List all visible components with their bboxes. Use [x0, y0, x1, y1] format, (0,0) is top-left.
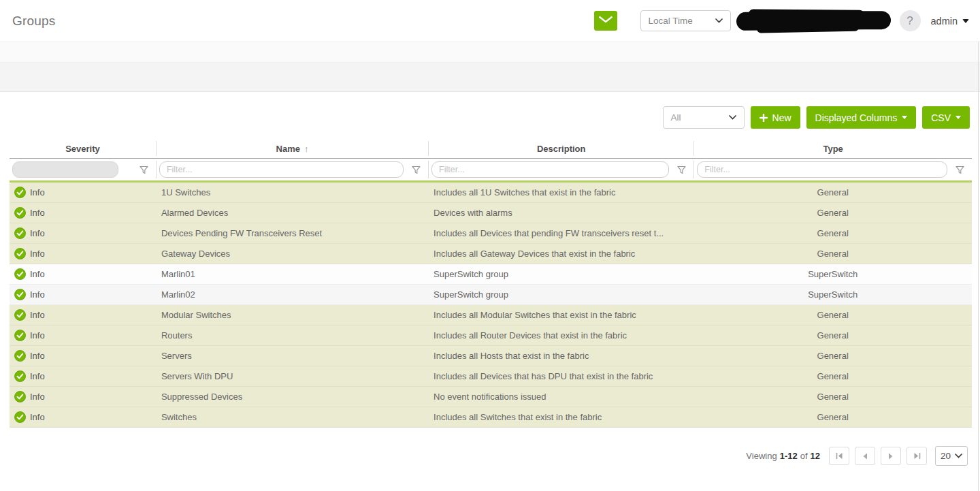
- table-row[interactable]: Info Marlin02 SuperSwitch group SuperSwi…: [10, 285, 972, 305]
- group-name: Devices Pending FW Transceivers Reset: [156, 228, 428, 238]
- group-name: Modular Switches: [156, 310, 428, 320]
- group-name: Marlin01: [156, 269, 428, 279]
- group-description: Includes all Devices that pending FW tra…: [428, 228, 693, 238]
- info-check-circle-icon: [14, 330, 26, 341]
- user-menu[interactable]: admin: [931, 16, 970, 27]
- group-name: 1U Switches: [156, 187, 428, 197]
- displayed-columns-button[interactable]: Displayed Columns: [806, 106, 917, 129]
- column-header-name[interactable]: Name ↑: [156, 141, 428, 156]
- group-name: Suppressed Devices: [156, 392, 428, 402]
- timezone-select[interactable]: Local Time: [640, 10, 731, 31]
- chevron-left-icon: [862, 453, 868, 460]
- name-filter-input[interactable]: [159, 161, 404, 178]
- help-button[interactable]: ?: [900, 10, 921, 31]
- group-name: Marlin02: [156, 289, 428, 300]
- sort-ascending-icon: ↑: [304, 144, 309, 154]
- group-description: Includes all Modular Switches that exist…: [428, 310, 693, 320]
- page-size-value: 20: [941, 451, 951, 461]
- column-header-type[interactable]: Type: [693, 141, 972, 156]
- next-page-button[interactable]: [881, 447, 901, 465]
- csv-button[interactable]: CSV: [922, 106, 970, 129]
- table-row[interactable]: Info Modular Switches Includes all Modul…: [10, 305, 972, 326]
- table-row[interactable]: Info Gateway Devices Includes all Gatewa…: [10, 244, 972, 264]
- group-description: Includes all Gateway Devices that exist …: [428, 249, 693, 259]
- type-filter-input[interactable]: [697, 161, 947, 178]
- table-row[interactable]: Info Servers Includes all Hosts that exi…: [10, 346, 972, 366]
- top-bar: Groups Local Time ? admin: [0, 0, 980, 42]
- redacted-user-info: [736, 11, 890, 31]
- severity-cell: Info: [10, 289, 156, 300]
- funnel-icon[interactable]: [677, 165, 686, 174]
- skip-last-icon: [913, 452, 921, 460]
- question-mark-icon: ?: [906, 14, 913, 28]
- column-header-severity[interactable]: Severity: [10, 141, 156, 156]
- severity-cell: Info: [10, 370, 156, 382]
- group-type: General: [693, 228, 972, 238]
- caret-down-icon: [956, 116, 961, 119]
- info-check-circle-icon: [14, 309, 26, 321]
- table-body: Info 1U Switches Includes all 1U Switche…: [10, 180, 972, 428]
- last-page-button[interactable]: [906, 447, 927, 465]
- chevron-down-icon: [962, 19, 969, 23]
- viewing-range: 1-12: [780, 451, 798, 461]
- scrollbar-track[interactable]: [978, 42, 979, 491]
- table-row[interactable]: Info Switches Includes all Switches that…: [10, 407, 972, 428]
- caret-down-icon: [902, 116, 907, 119]
- group-description: No event notifications issued: [428, 392, 693, 402]
- table-row[interactable]: Info Marlin01 SuperSwitch group SuperSwi…: [10, 264, 972, 285]
- of-label: of: [800, 451, 808, 461]
- viewing-label: Viewing: [746, 451, 777, 461]
- group-name: Routers: [156, 330, 428, 340]
- severity-cell: Info: [10, 207, 156, 219]
- plus-icon: [760, 114, 768, 122]
- severity-cell: Info: [10, 227, 156, 239]
- filter-cell-type: [693, 161, 972, 178]
- table-row[interactable]: Info Routers Includes all Router Devices…: [10, 326, 972, 346]
- page-size-select[interactable]: 20: [935, 446, 968, 466]
- new-button[interactable]: New: [751, 106, 800, 129]
- severity-label: Info: [30, 228, 45, 238]
- table-row[interactable]: Info Suppressed Devices No event notific…: [10, 387, 972, 407]
- group-description: Includes all 1U Switches that exist in t…: [428, 187, 693, 197]
- group-name: Servers With DPU: [156, 371, 428, 381]
- previous-page-button[interactable]: [855, 447, 875, 465]
- funnel-icon[interactable]: [140, 165, 148, 174]
- severity-label: Info: [30, 310, 45, 320]
- severity-label: Info: [30, 187, 45, 197]
- group-description: Includes all Hosts that exist in the fab…: [428, 351, 693, 361]
- group-type: General: [693, 330, 972, 340]
- severity-cell: Info: [10, 411, 156, 423]
- mail-button[interactable]: [594, 11, 617, 31]
- table-header-row: Severity Name ↑ Description Type: [10, 139, 972, 159]
- new-button-label: New: [772, 112, 791, 123]
- info-check-circle-icon: [14, 248, 26, 259]
- table-row[interactable]: Info 1U Switches Includes all 1U Switche…: [10, 183, 972, 203]
- scope-select[interactable]: All: [663, 106, 745, 129]
- column-header-label: Name: [276, 144, 300, 154]
- table-row[interactable]: Info Alarmed Devices Devices with alarms…: [10, 203, 972, 223]
- group-description: Includes all Router Devices that exist i…: [428, 330, 693, 340]
- chevron-down-icon: [715, 18, 723, 23]
- funnel-icon[interactable]: [412, 165, 421, 174]
- user-name: admin: [931, 16, 958, 27]
- severity-label: Info: [30, 249, 45, 259]
- page-title: Groups: [12, 14, 56, 29]
- severity-cell: Info: [10, 330, 156, 341]
- group-description: Includes all Switches that exist in the …: [428, 412, 693, 422]
- envelope-icon: [598, 16, 613, 27]
- filter-cell-description: [428, 161, 693, 178]
- group-type: SuperSwitch: [693, 269, 972, 279]
- group-name: Alarmed Devices: [156, 208, 428, 218]
- info-check-circle-icon: [14, 187, 26, 198]
- table-row[interactable]: Info Devices Pending FW Transceivers Res…: [10, 223, 972, 244]
- severity-label: Info: [30, 351, 45, 361]
- table-row[interactable]: Info Servers With DPU Includes all Devic…: [10, 366, 972, 387]
- column-header-description[interactable]: Description: [428, 141, 693, 156]
- description-filter-input[interactable]: [431, 161, 669, 178]
- first-page-button[interactable]: [829, 447, 849, 465]
- table-toolbar: All New Displayed Columns CSV: [0, 106, 970, 129]
- group-type: General: [693, 310, 972, 320]
- severity-cell: Info: [10, 309, 156, 321]
- severity-label: Info: [30, 412, 45, 422]
- funnel-icon[interactable]: [956, 165, 964, 174]
